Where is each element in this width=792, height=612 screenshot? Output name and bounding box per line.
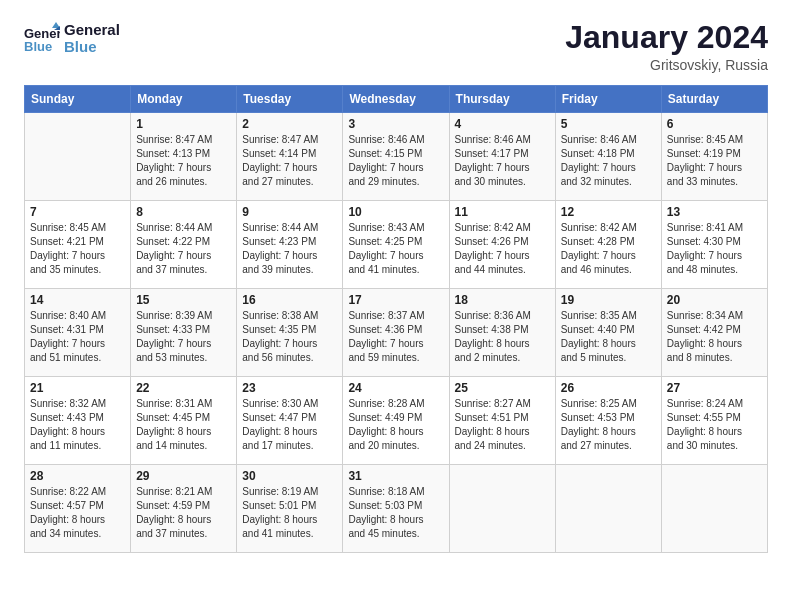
day-cell: 21Sunrise: 8:32 AM Sunset: 4:43 PM Dayli… bbox=[25, 377, 131, 465]
header-cell-tuesday: Tuesday bbox=[237, 86, 343, 113]
day-info: Sunrise: 8:18 AM Sunset: 5:03 PM Dayligh… bbox=[348, 485, 443, 541]
day-number: 31 bbox=[348, 469, 443, 483]
day-number: 30 bbox=[242, 469, 337, 483]
day-info: Sunrise: 8:44 AM Sunset: 4:23 PM Dayligh… bbox=[242, 221, 337, 277]
day-number: 13 bbox=[667, 205, 762, 219]
day-number: 1 bbox=[136, 117, 231, 131]
calendar-table: SundayMondayTuesdayWednesdayThursdayFrid… bbox=[24, 85, 768, 553]
day-number: 22 bbox=[136, 381, 231, 395]
day-number: 6 bbox=[667, 117, 762, 131]
header-cell-wednesday: Wednesday bbox=[343, 86, 449, 113]
day-info: Sunrise: 8:42 AM Sunset: 4:26 PM Dayligh… bbox=[455, 221, 550, 277]
day-cell: 10Sunrise: 8:43 AM Sunset: 4:25 PM Dayli… bbox=[343, 201, 449, 289]
day-cell: 26Sunrise: 8:25 AM Sunset: 4:53 PM Dayli… bbox=[555, 377, 661, 465]
day-cell: 7Sunrise: 8:45 AM Sunset: 4:21 PM Daylig… bbox=[25, 201, 131, 289]
week-row-3: 14Sunrise: 8:40 AM Sunset: 4:31 PM Dayli… bbox=[25, 289, 768, 377]
day-cell: 27Sunrise: 8:24 AM Sunset: 4:55 PM Dayli… bbox=[661, 377, 767, 465]
week-row-1: 1Sunrise: 8:47 AM Sunset: 4:13 PM Daylig… bbox=[25, 113, 768, 201]
day-info: Sunrise: 8:32 AM Sunset: 4:43 PM Dayligh… bbox=[30, 397, 125, 453]
header-cell-saturday: Saturday bbox=[661, 86, 767, 113]
day-info: Sunrise: 8:30 AM Sunset: 4:47 PM Dayligh… bbox=[242, 397, 337, 453]
day-number: 3 bbox=[348, 117, 443, 131]
day-number: 2 bbox=[242, 117, 337, 131]
day-number: 15 bbox=[136, 293, 231, 307]
day-number: 19 bbox=[561, 293, 656, 307]
day-info: Sunrise: 8:45 AM Sunset: 4:21 PM Dayligh… bbox=[30, 221, 125, 277]
day-cell: 24Sunrise: 8:28 AM Sunset: 4:49 PM Dayli… bbox=[343, 377, 449, 465]
day-info: Sunrise: 8:42 AM Sunset: 4:28 PM Dayligh… bbox=[561, 221, 656, 277]
header-cell-friday: Friday bbox=[555, 86, 661, 113]
day-number: 14 bbox=[30, 293, 125, 307]
day-number: 27 bbox=[667, 381, 762, 395]
day-number: 8 bbox=[136, 205, 231, 219]
day-cell bbox=[555, 465, 661, 553]
day-info: Sunrise: 8:34 AM Sunset: 4:42 PM Dayligh… bbox=[667, 309, 762, 365]
day-cell: 18Sunrise: 8:36 AM Sunset: 4:38 PM Dayli… bbox=[449, 289, 555, 377]
day-info: Sunrise: 8:28 AM Sunset: 4:49 PM Dayligh… bbox=[348, 397, 443, 453]
day-cell: 15Sunrise: 8:39 AM Sunset: 4:33 PM Dayli… bbox=[131, 289, 237, 377]
day-number: 9 bbox=[242, 205, 337, 219]
day-cell bbox=[661, 465, 767, 553]
day-info: Sunrise: 8:44 AM Sunset: 4:22 PM Dayligh… bbox=[136, 221, 231, 277]
day-number: 12 bbox=[561, 205, 656, 219]
day-cell: 13Sunrise: 8:41 AM Sunset: 4:30 PM Dayli… bbox=[661, 201, 767, 289]
day-info: Sunrise: 8:47 AM Sunset: 4:14 PM Dayligh… bbox=[242, 133, 337, 189]
day-number: 17 bbox=[348, 293, 443, 307]
week-row-5: 28Sunrise: 8:22 AM Sunset: 4:57 PM Dayli… bbox=[25, 465, 768, 553]
day-cell: 3Sunrise: 8:46 AM Sunset: 4:15 PM Daylig… bbox=[343, 113, 449, 201]
day-info: Sunrise: 8:43 AM Sunset: 4:25 PM Dayligh… bbox=[348, 221, 443, 277]
day-info: Sunrise: 8:27 AM Sunset: 4:51 PM Dayligh… bbox=[455, 397, 550, 453]
day-cell: 25Sunrise: 8:27 AM Sunset: 4:51 PM Dayli… bbox=[449, 377, 555, 465]
page-header: General Blue General Blue January 2024 G… bbox=[24, 20, 768, 73]
day-info: Sunrise: 8:37 AM Sunset: 4:36 PM Dayligh… bbox=[348, 309, 443, 365]
day-cell: 16Sunrise: 8:38 AM Sunset: 4:35 PM Dayli… bbox=[237, 289, 343, 377]
svg-text:Blue: Blue bbox=[24, 39, 52, 54]
day-number: 5 bbox=[561, 117, 656, 131]
logo: General Blue General Blue bbox=[24, 20, 120, 56]
day-number: 20 bbox=[667, 293, 762, 307]
day-cell: 31Sunrise: 8:18 AM Sunset: 5:03 PM Dayli… bbox=[343, 465, 449, 553]
day-number: 16 bbox=[242, 293, 337, 307]
day-cell: 2Sunrise: 8:47 AM Sunset: 4:14 PM Daylig… bbox=[237, 113, 343, 201]
day-info: Sunrise: 8:46 AM Sunset: 4:18 PM Dayligh… bbox=[561, 133, 656, 189]
day-cell: 9Sunrise: 8:44 AM Sunset: 4:23 PM Daylig… bbox=[237, 201, 343, 289]
day-info: Sunrise: 8:36 AM Sunset: 4:38 PM Dayligh… bbox=[455, 309, 550, 365]
location: Gritsovskiy, Russia bbox=[565, 57, 768, 73]
day-number: 4 bbox=[455, 117, 550, 131]
week-row-2: 7Sunrise: 8:45 AM Sunset: 4:21 PM Daylig… bbox=[25, 201, 768, 289]
day-cell: 5Sunrise: 8:46 AM Sunset: 4:18 PM Daylig… bbox=[555, 113, 661, 201]
day-cell: 29Sunrise: 8:21 AM Sunset: 4:59 PM Dayli… bbox=[131, 465, 237, 553]
day-info: Sunrise: 8:45 AM Sunset: 4:19 PM Dayligh… bbox=[667, 133, 762, 189]
month-title: January 2024 bbox=[565, 20, 768, 55]
day-number: 7 bbox=[30, 205, 125, 219]
day-info: Sunrise: 8:40 AM Sunset: 4:31 PM Dayligh… bbox=[30, 309, 125, 365]
day-number: 26 bbox=[561, 381, 656, 395]
logo-icon: General Blue bbox=[24, 20, 60, 56]
day-number: 11 bbox=[455, 205, 550, 219]
day-info: Sunrise: 8:35 AM Sunset: 4:40 PM Dayligh… bbox=[561, 309, 656, 365]
week-row-4: 21Sunrise: 8:32 AM Sunset: 4:43 PM Dayli… bbox=[25, 377, 768, 465]
logo-line1: General bbox=[64, 21, 120, 38]
day-cell: 4Sunrise: 8:46 AM Sunset: 4:17 PM Daylig… bbox=[449, 113, 555, 201]
day-number: 24 bbox=[348, 381, 443, 395]
logo-line2: Blue bbox=[64, 38, 120, 55]
day-cell: 22Sunrise: 8:31 AM Sunset: 4:45 PM Dayli… bbox=[131, 377, 237, 465]
day-cell: 19Sunrise: 8:35 AM Sunset: 4:40 PM Dayli… bbox=[555, 289, 661, 377]
title-block: January 2024 Gritsovskiy, Russia bbox=[565, 20, 768, 73]
day-info: Sunrise: 8:19 AM Sunset: 5:01 PM Dayligh… bbox=[242, 485, 337, 541]
day-info: Sunrise: 8:24 AM Sunset: 4:55 PM Dayligh… bbox=[667, 397, 762, 453]
day-number: 23 bbox=[242, 381, 337, 395]
day-info: Sunrise: 8:21 AM Sunset: 4:59 PM Dayligh… bbox=[136, 485, 231, 541]
day-cell: 23Sunrise: 8:30 AM Sunset: 4:47 PM Dayli… bbox=[237, 377, 343, 465]
day-number: 10 bbox=[348, 205, 443, 219]
day-cell: 20Sunrise: 8:34 AM Sunset: 4:42 PM Dayli… bbox=[661, 289, 767, 377]
day-cell: 8Sunrise: 8:44 AM Sunset: 4:22 PM Daylig… bbox=[131, 201, 237, 289]
day-info: Sunrise: 8:47 AM Sunset: 4:13 PM Dayligh… bbox=[136, 133, 231, 189]
day-cell: 12Sunrise: 8:42 AM Sunset: 4:28 PM Dayli… bbox=[555, 201, 661, 289]
day-cell: 6Sunrise: 8:45 AM Sunset: 4:19 PM Daylig… bbox=[661, 113, 767, 201]
header-cell-monday: Monday bbox=[131, 86, 237, 113]
day-number: 21 bbox=[30, 381, 125, 395]
day-cell: 30Sunrise: 8:19 AM Sunset: 5:01 PM Dayli… bbox=[237, 465, 343, 553]
day-cell bbox=[25, 113, 131, 201]
day-info: Sunrise: 8:22 AM Sunset: 4:57 PM Dayligh… bbox=[30, 485, 125, 541]
